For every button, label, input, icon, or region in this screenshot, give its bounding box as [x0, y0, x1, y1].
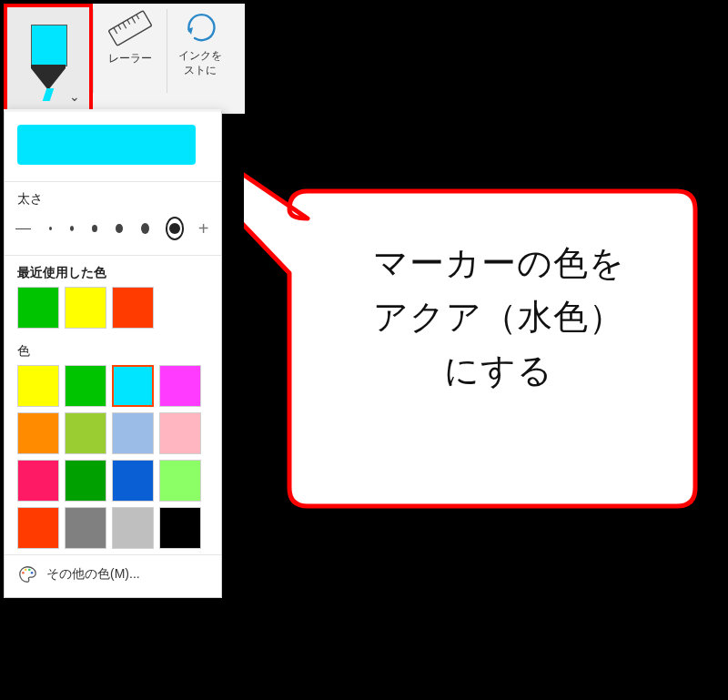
highlighter-icon — [29, 25, 67, 96]
svg-line-5 — [132, 17, 136, 24]
ruler-label: レーラー — [108, 51, 152, 66]
palette-row — [5, 412, 221, 454]
thickness-title: 太さ — [5, 182, 221, 213]
svg-line-1 — [114, 27, 117, 34]
recent-colors-title: 最近使用した色 — [5, 256, 221, 287]
more-colors-button[interactable]: その他の色(M)... — [5, 554, 221, 593]
svg-rect-0 — [108, 11, 152, 46]
recent-colors-row — [5, 287, 221, 329]
thickness-option-line[interactable] — [15, 228, 31, 229]
svg-line-2 — [118, 25, 121, 29]
svg-point-10 — [28, 569, 31, 572]
palette-row — [5, 365, 221, 407]
color-swatch[interactable] — [159, 507, 201, 549]
thickness-more-icon[interactable]: + — [197, 219, 210, 238]
annotation-callout: マーカーの色を アクア（水色） にする — [244, 146, 704, 515]
thickness-picker[interactable]: + — [5, 213, 221, 249]
svg-point-9 — [25, 569, 27, 572]
ruler-tool[interactable]: レーラー — [94, 4, 167, 113]
color-swatch[interactable] — [112, 365, 154, 407]
color-swatch[interactable] — [65, 507, 106, 549]
recent-color-swatch[interactable] — [112, 287, 154, 329]
thickness-option-3[interactable] — [92, 225, 97, 232]
color-swatch[interactable] — [65, 460, 106, 502]
svg-line-4 — [127, 20, 130, 25]
palette-icon — [17, 564, 37, 584]
svg-line-3 — [123, 23, 126, 29]
svg-line-6 — [136, 15, 139, 19]
chevron-down-icon[interactable]: ⌄ — [69, 89, 80, 104]
stroke-preview — [17, 121, 208, 176]
color-swatch[interactable] — [159, 365, 201, 407]
color-palette — [5, 365, 221, 549]
thickness-option-2[interactable] — [70, 226, 75, 231]
color-swatch[interactable] — [112, 507, 154, 549]
ribbon: ⌄ レーラー インクを ストに — [4, 4, 245, 114]
svg-point-11 — [31, 572, 34, 574]
more-colors-label: その他の色(M)... — [46, 566, 140, 583]
color-swatch[interactable] — [17, 507, 59, 549]
color-swatch[interactable] — [159, 460, 201, 502]
color-swatch[interactable] — [65, 365, 106, 407]
ink-to-text-tool[interactable]: インクを ストに — [167, 4, 233, 113]
ink-label: インクを ストに — [178, 49, 222, 77]
palette-row — [5, 460, 221, 502]
colors-title: 色 — [5, 334, 221, 365]
recent-color-swatch[interactable] — [17, 287, 59, 329]
thickness-option-1[interactable] — [49, 227, 52, 230]
color-swatch[interactable] — [65, 412, 106, 454]
pen-options-popup: 太さ + 最近使用した色 色 その他の色(M)... — [4, 109, 222, 598]
callout-line-3: にする — [308, 344, 690, 398]
color-swatch[interactable] — [17, 460, 59, 502]
ruler-icon — [109, 7, 151, 49]
ink-replay-icon — [180, 7, 220, 47]
color-swatch[interactable] — [112, 460, 154, 502]
color-swatch[interactable] — [159, 412, 201, 454]
callout-line-1: マーカーの色を — [308, 237, 690, 290]
palette-row — [5, 507, 221, 549]
svg-point-8 — [22, 572, 25, 574]
thickness-option-4[interactable] — [116, 224, 123, 233]
color-swatch[interactable] — [17, 412, 59, 454]
callout-line-2: アクア（水色） — [308, 290, 690, 344]
thickness-option-5[interactable] — [141, 223, 149, 234]
color-swatch[interactable] — [17, 365, 59, 407]
highlighter-pen-tool[interactable]: ⌄ — [4, 4, 93, 113]
thickness-option-selected[interactable] — [166, 217, 185, 240]
color-swatch[interactable] — [112, 412, 154, 454]
recent-color-swatch[interactable] — [65, 287, 106, 329]
